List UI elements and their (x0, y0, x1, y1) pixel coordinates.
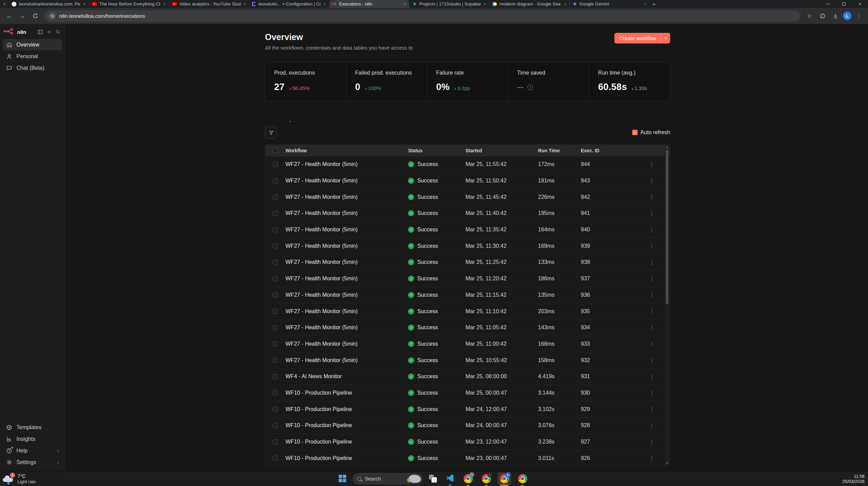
row-menu-icon[interactable]: ⋮ (642, 422, 665, 429)
taskbar-app[interactable] (443, 472, 457, 485)
row-menu-icon[interactable]: ⋮ (642, 243, 665, 249)
scroll-up-icon[interactable]: ▲ (665, 145, 669, 150)
table-scrollbar[interactable]: ▲ ▼ (665, 145, 669, 465)
table-row[interactable]: WF10 - Production Pipeline ✓Success Mar … (265, 401, 670, 417)
row-menu-icon[interactable]: ⋮ (642, 341, 665, 347)
auto-refresh-checkbox[interactable]: ✓ (632, 130, 638, 135)
create-workflow-dropdown-icon[interactable]: ∨ (661, 33, 670, 43)
row-checkbox[interactable] (273, 162, 278, 167)
row-menu-icon[interactable]: ⋮ (642, 439, 665, 445)
start-button[interactable] (339, 475, 347, 483)
row-checkbox[interactable] (273, 341, 278, 346)
tab-search-chevron-icon[interactable]: ∨ (0, 0, 9, 8)
profile-avatar[interactable]: L (843, 12, 852, 20)
row-checkbox[interactable] (273, 260, 278, 265)
taskbar-search[interactable]: Search (353, 473, 423, 484)
table-row[interactable]: WF10 - Production Pipeline ✓Success Mar … (265, 434, 670, 450)
row-checkbox[interactable] (273, 276, 278, 281)
new-tab-button[interactable]: + (650, 0, 659, 8)
scroll-down-icon[interactable]: ▼ (665, 461, 669, 465)
table-row[interactable]: WF10 - Production Pipeline ✓Success Mar … (265, 450, 670, 466)
tab-close-icon[interactable]: × (83, 2, 86, 6)
row-menu-icon[interactable]: ⋮ (642, 308, 665, 315)
tab-close-icon[interactable]: × (323, 2, 327, 6)
tab-close-icon[interactable]: × (563, 2, 567, 6)
table-row[interactable]: WF27 - Health Monitor (5min) ✓Success Ma… (265, 303, 670, 319)
weather-widget[interactable]: 1 7°C Light rain (3, 473, 36, 484)
row-checkbox[interactable] (273, 243, 278, 248)
tab-close-icon[interactable]: × (483, 2, 487, 6)
tab-close-icon[interactable]: × (643, 2, 647, 6)
taskbar-app[interactable]: L (480, 472, 493, 485)
select-all-checkbox[interactable] (273, 148, 278, 153)
table-row[interactable]: WF27 - Health Monitor (5min) ✓Success Ma… (265, 189, 670, 205)
row-checkbox[interactable] (273, 292, 278, 297)
row-checkbox[interactable] (273, 423, 278, 428)
row-checkbox[interactable] (273, 227, 278, 232)
site-info-icon[interactable] (49, 12, 56, 20)
info-icon[interactable]: i (527, 85, 533, 90)
tab-close-icon[interactable]: × (403, 2, 407, 6)
browser-tab[interactable]: leonelulloa/leonelulloa.com: Pe × (9, 0, 89, 8)
row-menu-icon[interactable]: ⋮ (642, 292, 665, 298)
row-menu-icon[interactable]: ⋮ (642, 194, 665, 200)
minimize-button[interactable] (820, 0, 836, 8)
table-row[interactable]: WF27 - Health Monitor (5min) ✓Success Ma… (265, 254, 670, 270)
create-workflow-label[interactable]: Create workflow (614, 33, 661, 43)
row-menu-icon[interactable]: ⋮ (642, 389, 665, 396)
row-checkbox[interactable] (273, 211, 278, 216)
tab-close-icon[interactable]: × (243, 2, 246, 6)
row-checkbox[interactable] (273, 309, 278, 314)
table-row[interactable]: WF4 - AI News Monitor ✓Success Mar 25, 0… (265, 368, 670, 385)
row-checkbox[interactable] (273, 456, 278, 461)
row-checkbox[interactable] (273, 407, 278, 412)
sidebar-item-help[interactable]: Help › (3, 445, 62, 456)
sidebar-item-templates[interactable]: Templates › (3, 422, 62, 433)
task-view-button[interactable] (429, 474, 437, 483)
row-checkbox[interactable] (273, 439, 278, 445)
row-menu-icon[interactable]: ⋮ (642, 406, 665, 412)
row-menu-icon[interactable]: ⋮ (642, 276, 665, 282)
scrollbar-thumb[interactable] (666, 150, 668, 304)
tab-close-icon[interactable]: × (163, 2, 166, 6)
table-row[interactable]: WF27 - Health Monitor (5min) ✓Success Ma… (265, 238, 670, 254)
row-menu-icon[interactable]: ⋮ (642, 259, 665, 266)
browser-tab[interactable]: Executions - n8n × (329, 0, 409, 8)
table-row[interactable]: WF27 - Health Monitor (5min) ✓Success Ma… (265, 287, 670, 303)
row-checkbox[interactable] (273, 325, 278, 330)
maximize-button[interactable] (836, 0, 852, 8)
filter-button[interactable] (265, 126, 277, 139)
bookmark-star-icon[interactable]: ☆ (804, 11, 815, 22)
browser-tab[interactable]: Projects | 1715studio | Supabase × (409, 0, 489, 8)
sidebar-item-insights[interactable]: Insights › (3, 433, 62, 445)
table-row[interactable]: WF27 - Health Monitor (5min) ✓Success Ma… (265, 270, 670, 287)
row-menu-icon[interactable]: ⋮ (642, 324, 665, 331)
create-workflow-button[interactable]: Create workflow ∨ (614, 33, 670, 43)
table-row[interactable]: WF27 - Health Monitor (5min) ✓Success Ma… (265, 336, 670, 352)
row-checkbox[interactable] (273, 374, 278, 379)
table-row[interactable]: WF27 - Health Monitor (5min) ✓Success Ma… (265, 352, 670, 368)
taskbar-clock[interactable]: 11:56 25/03/2026 (842, 474, 865, 484)
row-menu-icon[interactable]: ⋮ (642, 357, 665, 363)
taskbar-app[interactable]: L (498, 472, 511, 485)
browser-tab[interactable]: The Hour Before Everything Ch × (89, 0, 169, 8)
browser-tab[interactable]: leonelullo... > Configuration | Co × (249, 0, 329, 8)
row-menu-icon[interactable]: ⋮ (642, 161, 665, 168)
row-checkbox[interactable] (273, 358, 278, 363)
taskbar-app[interactable] (461, 472, 475, 485)
url-bar[interactable]: n8n.leonelulloa.com/home/executions (44, 10, 801, 22)
row-checkbox[interactable] (273, 178, 278, 183)
row-menu-icon[interactable]: ⋮ (642, 227, 665, 233)
table-row[interactable]: WF27 - Health Monitor (5min) ✓Success Ma… (265, 319, 670, 336)
table-row[interactable]: WF27 - Health Monitor (5min) ✓Success Ma… (265, 172, 670, 189)
close-button[interactable]: × (852, 0, 868, 8)
sidebar-item-overview[interactable]: Overview › (3, 39, 62, 50)
table-row[interactable]: WF27 - Health Monitor (5min) ✓Success Ma… (265, 205, 670, 221)
row-menu-icon[interactable]: ⋮ (642, 373, 665, 380)
taskbar-app[interactable] (516, 472, 529, 485)
table-row[interactable]: WF27 - Health Monitor (5min) ✓Success Ma… (265, 156, 670, 172)
browser-tab[interactable]: Video analytics - YouTube Stud × (169, 0, 249, 8)
sidebar-toggle-icon[interactable] (37, 29, 43, 36)
forward-icon[interactable]: → (16, 10, 28, 22)
reload-icon[interactable] (29, 10, 41, 22)
